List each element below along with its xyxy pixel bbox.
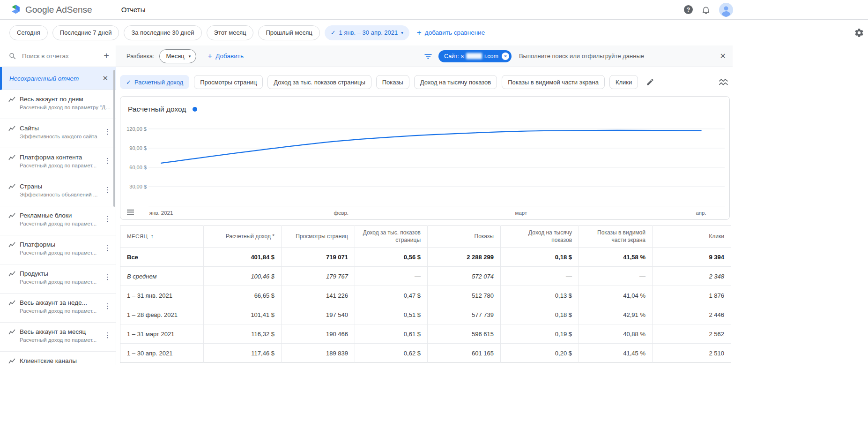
report-list-item[interactable]: Клиентские каналы <box>0 352 116 365</box>
report-list-item[interactable]: Весь аккаунт за неде...Расчетный доход п… <box>0 294 116 323</box>
page-title: Отчеты <box>121 6 146 14</box>
metric-chip-bar: ✓Расчетный доходПросмотры страницДоход з… <box>120 75 730 89</box>
metric-chip[interactable]: Просмотры страниц <box>194 75 263 89</box>
column-header[interactable]: Доход за тыс. показов страницы <box>355 226 428 248</box>
item-menu-button[interactable]: ⋮ <box>104 331 111 339</box>
date-range-chip[interactable]: ✓1 янв. – 30 апр. 2021▾ <box>325 25 409 40</box>
date-chip-label: Последние 7 дней <box>60 29 112 36</box>
table-cell: 0,61 $ <box>355 324 428 344</box>
site-chip-suffix: i.com <box>484 53 498 60</box>
date-range-chip[interactable]: Этот месяц <box>207 25 254 40</box>
chart-title: Расчетный доход <box>128 105 186 113</box>
date-range-chip[interactable]: Последние 7 дней <box>52 25 119 40</box>
metric-chip[interactable]: Доход на тысячу показов <box>414 75 497 89</box>
x-axis-label: март <box>515 210 527 216</box>
metric-chip[interactable]: Клики <box>609 75 638 89</box>
site-filter-chip[interactable]: Сайт: si.com ✕ <box>438 50 512 62</box>
column-header-label: Доход за тыс. показов страницы <box>363 229 421 243</box>
breakdown-label: Разбивка: <box>126 53 155 60</box>
column-header[interactable]: Клики <box>653 226 731 248</box>
notifications-bell-icon[interactable] <box>701 5 711 15</box>
table-cell: Все <box>120 248 204 267</box>
edit-metrics-icon[interactable] <box>646 78 654 86</box>
table-cell: 0,19 $ <box>501 324 579 344</box>
report-list-item[interactable]: СайтыЭффективность каждого сайта⋮ <box>0 119 116 148</box>
avatar[interactable] <box>719 3 733 17</box>
report-list-item[interactable]: СтраныЭффективность объявлений ...⋮ <box>0 177 116 206</box>
report-sparkline-icon <box>8 184 15 206</box>
table-row: 1 – 28 февр. 2021101,41 $197 5400,51 $57… <box>120 305 731 324</box>
breakdown-select[interactable]: Месяц ▾ <box>159 49 197 63</box>
filter-search-input[interactable]: Выполните поиск или отфильтруйте данные <box>519 53 644 60</box>
chart-style-icon[interactable] <box>719 78 729 86</box>
add-comparison-button[interactable]: + добавить сравнение <box>417 28 485 38</box>
report-list-item[interactable]: Весь аккаунт по днямРасчетный доход по п… <box>0 90 116 119</box>
table-cell: 0,62 $ <box>355 344 428 363</box>
table-cell: 41,04 % <box>579 286 653 305</box>
date-chip-label: За последние 30 дней <box>131 29 194 36</box>
add-report-icon[interactable]: + <box>104 51 109 61</box>
item-menu-button[interactable]: ⋮ <box>104 128 111 136</box>
close-icon[interactable]: ✕ <box>102 74 108 83</box>
metric-chip-label: Показы в видимой части экрана <box>508 79 599 86</box>
metric-chip[interactable]: Доход за тыс. показов страницы <box>267 75 371 89</box>
column-header[interactable]: Месяц↑ <box>120 226 204 248</box>
x-axis-label: февр. <box>334 210 349 216</box>
item-menu-button[interactable]: ⋮ <box>104 186 111 194</box>
item-menu-button[interactable]: ⋮ <box>104 157 111 165</box>
report-subtitle: Расчетный доход по парамет... <box>20 308 113 314</box>
report-list-item[interactable]: Платформа контентаРасчетный доход по пар… <box>0 148 116 177</box>
unsaved-report-item[interactable]: Несохраненный отчет ✕ <box>0 67 116 90</box>
metric-chip[interactable]: Показы <box>376 75 409 89</box>
column-header[interactable]: Показы в видимой части экрана <box>579 226 653 248</box>
table-cell: 197 540 <box>282 305 355 324</box>
report-list-item[interactable]: ПлатформыРасчетный доход по парамет...⋮ <box>0 235 116 264</box>
filter-list-icon[interactable] <box>423 52 433 61</box>
table-row: 1 – 31 янв. 202166,65 $141 2260,47 $512 … <box>120 286 731 305</box>
metric-chip[interactable]: Показы в видимой части экрана <box>502 75 605 89</box>
date-range-chip[interactable]: Сегодня <box>9 25 48 40</box>
reports-search[interactable]: Поиск в отчетах + <box>0 45 116 67</box>
item-menu-button[interactable]: ⋮ <box>104 215 111 223</box>
metric-chip[interactable]: ✓Расчетный доход <box>120 75 189 89</box>
report-list-item[interactable]: Рекламные блокиРасчетный доход по параме… <box>0 206 116 235</box>
table-header-row: Месяц↑Расчетный доход *Просмотры страниц… <box>120 226 731 248</box>
sidebar-scrollbar[interactable] <box>113 70 115 207</box>
remove-filter-icon[interactable]: ✕ <box>502 53 509 60</box>
series-legend-dot[interactable] <box>193 107 197 112</box>
item-menu-button[interactable]: ⋮ <box>104 273 111 281</box>
table-row: Все401,84 $719 0710,56 $2 288 2990,18 $4… <box>120 248 731 267</box>
date-range-chip[interactable]: Прошлый месяц <box>258 25 319 40</box>
y-axis-labels: 30,00 $60,00 $90,00 $120,00 $ <box>120 119 147 207</box>
add-breakdown-label: Добавить <box>215 53 244 60</box>
column-header[interactable]: Показы <box>428 226 501 248</box>
report-item-text: Весь аккаунт за неде...Расчетный доход п… <box>20 299 113 322</box>
clear-filters-icon[interactable]: ✕ <box>720 52 726 60</box>
table-cell: 401,84 $ <box>204 248 282 267</box>
report-list: Весь аккаунт по днямРасчетный доход по п… <box>0 90 116 365</box>
chart-header: Расчетный доход <box>120 97 729 119</box>
column-header[interactable]: Просмотры страниц <box>282 226 355 248</box>
report-sparkline-icon <box>8 271 15 293</box>
column-header-label: Показы <box>475 233 494 240</box>
x-axis-label: апр. <box>696 210 706 216</box>
add-breakdown-button[interactable]: + Добавить <box>208 52 244 61</box>
column-header[interactable]: Доход на тысячу показов <box>501 226 579 248</box>
help-icon[interactable]: ? <box>684 5 693 14</box>
search-icon <box>8 52 17 60</box>
search-input[interactable]: Поиск в отчетах <box>22 53 98 60</box>
table-view-icon[interactable] <box>127 210 134 215</box>
report-list-item[interactable]: ПродуктыРасчетный доход по парамет...⋮ <box>0 264 116 294</box>
adsense-logo[interactable]: Google AdSense <box>9 4 92 15</box>
column-header[interactable]: Расчетный доход * <box>204 226 282 248</box>
report-sparkline-icon <box>8 126 15 148</box>
column-header-label: Показы в видимой части экрана <box>597 229 645 243</box>
item-menu-button[interactable]: ⋮ <box>104 244 111 252</box>
metric-chips: ✓Расчетный доходПросмотры страницДоход з… <box>120 75 638 89</box>
report-item-text: ПродуктыРасчетный доход по парамет... <box>20 270 113 293</box>
report-list-item[interactable]: Весь аккаунт за месяцРасчетный доход по … <box>0 323 116 352</box>
settings-gear-icon[interactable] <box>854 28 864 38</box>
date-range-chip[interactable]: За последние 30 дней <box>124 25 201 40</box>
item-menu-button[interactable]: ⋮ <box>104 302 111 310</box>
date-chip-label: Этот месяц <box>214 29 246 36</box>
